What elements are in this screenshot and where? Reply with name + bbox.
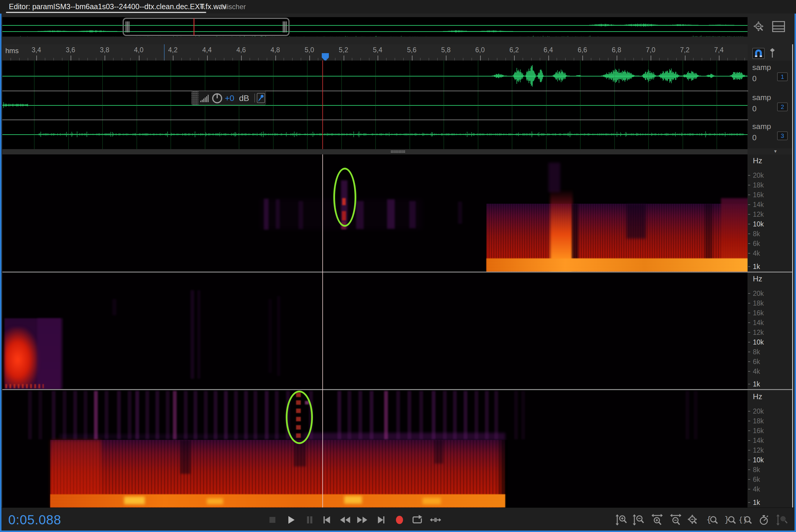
zoom-reset-icon[interactable] <box>686 513 699 526</box>
hud-drag-handle[interactable] <box>192 91 198 105</box>
snap-magnet-button[interactable] <box>752 48 765 59</box>
spectrogram-art <box>275 391 278 439</box>
frequency-label: 10k <box>748 338 793 346</box>
spectrogram-art <box>117 391 121 439</box>
frequency-tick <box>748 421 750 421</box>
timer-icon[interactable] <box>758 513 771 526</box>
chevron-down-icon[interactable]: ▾ <box>774 148 777 154</box>
loop-playback-button[interactable] <box>411 513 424 526</box>
frequency-label: 14k <box>748 201 793 208</box>
spectrogram-playhead[interactable] <box>322 154 323 508</box>
scrollbar-grip[interactable] <box>391 150 405 153</box>
panel-layout-icon[interactable] <box>772 21 785 34</box>
record-button[interactable] <box>393 513 406 526</box>
tab-mixer[interactable]: Mischer <box>221 3 246 11</box>
overview-playhead[interactable] <box>194 18 195 35</box>
ruler-minor-tick <box>53 58 54 60</box>
hud-pin-button[interactable] <box>257 93 265 103</box>
viewport-right-grip[interactable] <box>283 21 284 33</box>
grid-line <box>34 60 35 149</box>
frequency-label: 6k <box>748 240 793 247</box>
spectrogram-art <box>396 391 400 439</box>
spectrogram-channel3[interactable] <box>2 390 747 508</box>
channel2-badge[interactable]: 2 <box>777 102 788 111</box>
rewind-button[interactable] <box>339 513 351 526</box>
channel1-badge[interactable]: 1 <box>777 72 788 81</box>
panel-border-right <box>795 14 796 532</box>
ruler-minor-tick <box>693 58 693 60</box>
frequency-scale-ch3: Hz 20k18k16k14k12k10k8k6k4k1k <box>748 390 793 508</box>
ruler-tick-label: 5,0 <box>305 46 314 54</box>
overview-strip[interactable] <box>2 17 747 37</box>
time-display[interactable]: 0:05.088 <box>8 513 61 527</box>
channel-gain-value[interactable]: 0 <box>752 104 756 113</box>
grid-line <box>580 60 581 149</box>
frequency-label: 4k <box>748 486 793 493</box>
frequency-tick <box>748 502 750 503</box>
timeline-ruler[interactable]: hms 3,43,63,84,04,24,44,64,85,05,25,45,6… <box>2 44 747 60</box>
fast-forward-button[interactable] <box>356 513 369 526</box>
channel-divider[interactable] <box>2 119 793 120</box>
viewport-left-grip[interactable] <box>126 21 126 33</box>
waveform-playhead[interactable] <box>322 60 323 149</box>
viewport-left-grip[interactable] <box>127 21 128 33</box>
pause-button[interactable] <box>303 513 316 526</box>
playhead-marker[interactable] <box>322 53 329 60</box>
horizontal-scrollbar[interactable] <box>2 149 747 154</box>
viewport-right-grip[interactable] <box>286 21 287 33</box>
frequency-tick <box>748 266 750 267</box>
overview-viewport[interactable] <box>123 18 290 36</box>
spectrogram-channel1[interactable] <box>2 154 747 272</box>
viewport-left-grip[interactable] <box>128 21 129 33</box>
frequency-tick <box>748 440 750 441</box>
ruler-minor-tick <box>11 58 11 60</box>
panel-menu-icon[interactable]: ≡ <box>200 2 204 11</box>
play-button[interactable] <box>284 513 297 526</box>
spectrogram-divider[interactable] <box>2 389 793 390</box>
marker-pin-icon[interactable] <box>770 48 775 58</box>
ruler-tick-label: 3,6 <box>66 46 75 54</box>
zoom-out-point-icon[interactable]: } <box>724 513 737 526</box>
spectrogram-art <box>214 391 217 439</box>
spectrogram-art <box>204 391 208 439</box>
viewport-right-grip[interactable] <box>284 21 285 33</box>
waveform-display[interactable] <box>2 60 747 149</box>
channel3-centerline <box>2 134 747 135</box>
editor-panel: hms 3,43,63,84,04,24,44,64,85,05,25,45,6… <box>0 14 796 532</box>
spectrogram-art <box>434 440 443 463</box>
spectrogram-art <box>191 290 194 379</box>
channel-gain-value[interactable]: 0 <box>752 133 756 142</box>
gain-knob[interactable] <box>211 92 223 106</box>
stop-button[interactable] <box>266 513 279 526</box>
ruler-minor-tick <box>625 58 625 60</box>
spectrogram-art <box>265 391 269 439</box>
frequency-label: 4k <box>748 249 793 257</box>
zoom-in-horizontal-icon[interactable] <box>651 513 664 526</box>
zoom-out-horizontal-icon[interactable] <box>669 513 682 526</box>
ruler-major-tick <box>651 56 651 60</box>
ruler-minor-tick <box>497 58 497 60</box>
channel3-badge[interactable]: 3 <box>777 131 788 140</box>
go-to-end-button[interactable] <box>375 513 388 526</box>
channel-divider[interactable] <box>2 91 793 91</box>
zoom-reset-icon[interactable] <box>753 21 766 35</box>
ruler-toolbar <box>748 44 793 60</box>
hud-gain-value[interactable]: +0 <box>225 94 234 103</box>
channel-gain-value[interactable]: 0 <box>752 74 756 83</box>
zoom-out-vertical-icon[interactable] <box>632 513 645 526</box>
spectrogram-art <box>443 391 447 439</box>
volume-hud[interactable]: +0 dB <box>192 91 266 105</box>
hud-gain-unit: dB <box>239 94 249 103</box>
ruler-tick-label: 6,2 <box>509 46 519 54</box>
ruler-minor-tick <box>369 58 369 60</box>
ruler-tick-label: 6,4 <box>544 46 553 54</box>
frequency-tick <box>748 303 750 304</box>
ruler-minor-tick <box>488 58 489 60</box>
go-to-start-button[interactable] <box>320 513 333 526</box>
tab-editor[interactable]: Editor: paramISM3--bm6aa1s03--24400--dtx… <box>9 2 226 11</box>
skip-selection-button[interactable] <box>429 513 442 526</box>
zoom-in-point-icon[interactable]: { <box>706 513 719 526</box>
spectrogram-channel2[interactable] <box>2 272 747 389</box>
zoom-in-vertical-icon[interactable] <box>615 513 628 526</box>
zoom-selection-icon[interactable]: {} <box>739 513 752 526</box>
